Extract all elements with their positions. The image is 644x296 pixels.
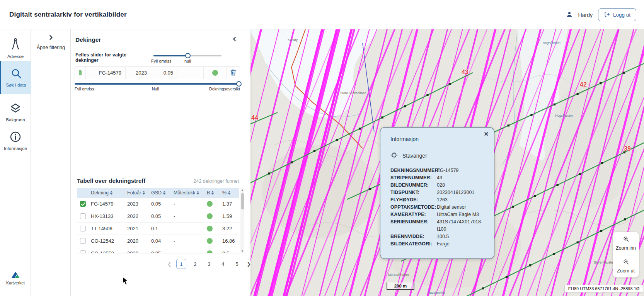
sort-icon[interactable] xyxy=(110,191,112,195)
page-button[interactable]: 3 xyxy=(204,259,214,269)
row-checkbox[interactable] xyxy=(80,226,86,231)
cell-fotoar: 2021 xyxy=(127,226,151,231)
next-page-arrow[interactable]: ❯ xyxy=(246,261,252,267)
sort-icon[interactable] xyxy=(163,191,165,195)
coverage-slider-thumb[interactable] xyxy=(236,81,242,87)
cell-status-dot xyxy=(207,201,222,207)
table-row[interactable]: CO-12542 2020 0.04 - 16.86 xyxy=(77,235,239,247)
user-area: Hardy Logg ut xyxy=(566,9,636,21)
popup-place-row: Stavanger xyxy=(390,151,486,160)
field-label: SERIENUMMER: xyxy=(390,218,437,233)
row-checkbox[interactable] xyxy=(80,238,86,244)
column-header-b[interactable]: B xyxy=(207,190,222,196)
scroll-up-icon[interactable]: ▲ xyxy=(240,188,244,192)
collapse-panel-chevron-left-icon[interactable] xyxy=(232,36,237,43)
cell-dekning: FG-14579 xyxy=(89,201,127,207)
map-canvas[interactable]: Kalvøy Hogsfjorden Store Teistholmen Hog… xyxy=(250,29,644,296)
cell-dekning: CO-12542 xyxy=(89,238,127,244)
compass-icon xyxy=(10,38,21,53)
sidebar-item-adresse[interactable]: Adresse xyxy=(0,34,31,63)
field-label: KAMERATYPE: xyxy=(390,211,437,218)
field-label: BILDEKATEGORI: xyxy=(390,240,437,248)
table-row[interactable]: FG-14579 2023 0.05 - 1.37 xyxy=(77,198,239,210)
cell-fotoar: 2023 xyxy=(127,201,151,207)
cell-gsd: 0.05 xyxy=(151,201,174,207)
cell-status-dot xyxy=(207,238,222,244)
zoom-controls: Zoom inn Zoom ut xyxy=(613,232,639,277)
logout-button[interactable]: Logg ut xyxy=(598,9,636,21)
sidebar-item-informasjon[interactable]: Informasjon xyxy=(0,127,31,155)
column-header-malestokk[interactable]: Målestokk xyxy=(174,190,207,196)
row-checkbox[interactable] xyxy=(80,250,86,253)
sort-icon[interactable] xyxy=(197,191,199,195)
table-scrollbar[interactable]: ▲ ▼ xyxy=(240,188,244,253)
kartverket-logo: Kartverket xyxy=(0,272,31,285)
scrollbar-thumb[interactable] xyxy=(241,193,244,209)
shared-slider-tick-right: null xyxy=(184,59,191,63)
cell-fotoar: 2020 xyxy=(127,250,151,253)
page-button[interactable]: 4 xyxy=(218,259,228,269)
column-header-fotoar[interactable]: Fotoår xyxy=(127,190,151,196)
user-name: Hardy xyxy=(578,12,593,18)
sort-icon[interactable] xyxy=(228,191,230,195)
zoom-out-button[interactable]: Zoom ut xyxy=(613,255,639,277)
column-header-gsd[interactable]: GSD xyxy=(151,190,174,196)
table-row[interactable]: HX-13133 2022 0.05 - 1.59 xyxy=(77,210,239,223)
cell-pct: 16.86 xyxy=(222,238,239,244)
strip-number-42: 42 xyxy=(580,81,587,88)
delete-coverage-button[interactable] xyxy=(227,67,240,79)
sidebar-item-bakgrunn[interactable]: Bakgrunn xyxy=(0,98,31,127)
place-label: Kalvøy xyxy=(288,38,298,42)
column-header-dekning[interactable]: Dekning xyxy=(89,190,127,196)
logout-icon xyxy=(604,11,610,19)
search-icon xyxy=(10,67,22,81)
cell-status-dot xyxy=(207,250,222,253)
field-value: Farge xyxy=(437,240,450,248)
field-value: FG-14579 xyxy=(437,167,458,174)
scroll-down-icon[interactable]: ▼ xyxy=(240,249,244,253)
top-header: Digitalt sentralarkiv for vertikalbilder… xyxy=(0,0,644,29)
open-filter-label: Åpne filtering xyxy=(31,45,71,50)
sidebar-item-sok-i-data[interactable]: Søk i data xyxy=(0,61,31,94)
cell-fotoar: 2020 xyxy=(127,238,151,244)
cell-gsd: 0.05 xyxy=(151,250,174,253)
cell-malestokk: - xyxy=(174,250,207,253)
user-icon xyxy=(566,11,573,19)
sort-icon[interactable] xyxy=(143,191,145,195)
page-button[interactable]: 2 xyxy=(190,259,200,269)
close-icon[interactable]: ✕ xyxy=(484,131,489,138)
sidebar-item-label: Informasjon xyxy=(0,146,31,151)
coverage-empty-cell xyxy=(177,67,204,79)
table-row[interactable]: TT-14506 2021 0.1 - 3.22 xyxy=(77,223,239,235)
page-button[interactable]: 5 xyxy=(232,259,242,269)
coverage-name: FG-14579 xyxy=(86,67,126,79)
strip-number-43: 43 xyxy=(462,69,469,76)
strip-number-44: 44 xyxy=(251,114,258,121)
zoom-in-label: Zoom inn xyxy=(616,245,636,251)
page-button[interactable]: 1 xyxy=(176,259,186,269)
field-label: FLYHØYDE: xyxy=(390,196,437,204)
left-sidebar: Adresse Søk i data Bakgrunn Informasjon … xyxy=(0,29,31,296)
selected-coverage-row[interactable]: FG-14579 2023 0.05 xyxy=(75,66,240,79)
field-label: BRENNVIDDE: xyxy=(390,233,437,240)
open-filter-toggle[interactable]: Åpne filtering xyxy=(31,35,71,50)
cell-malestokk: - xyxy=(174,213,207,219)
sort-icon[interactable] xyxy=(211,191,214,195)
shared-slider-tick-left: Fyll omriss xyxy=(151,59,172,63)
column-header-pct[interactable]: % xyxy=(222,190,239,196)
row-checkbox[interactable] xyxy=(80,213,86,219)
tick-dekningsoversikt: Dekningsoversikt xyxy=(209,87,240,91)
zoom-in-button[interactable]: Zoom inn xyxy=(613,232,639,255)
cell-pct: 1.59 xyxy=(222,213,239,219)
table-row[interactable]: CO-12550 2020 0.05 - 0.5 xyxy=(77,247,239,253)
coverage-color-swatch[interactable] xyxy=(75,67,86,79)
shared-slider-thumb[interactable] xyxy=(185,53,191,58)
row-checkbox[interactable] xyxy=(80,201,86,207)
field-value: 100.5 xyxy=(437,233,449,240)
field-value: Digital sensor xyxy=(437,204,466,211)
coverage-slider-track[interactable] xyxy=(75,83,240,85)
field-value: 1263 xyxy=(437,196,448,204)
field-value: 431S71474X017018-f100 xyxy=(437,218,486,233)
locate-target-icon xyxy=(390,151,398,160)
prev-page-arrow[interactable]: ❮ xyxy=(167,261,172,267)
